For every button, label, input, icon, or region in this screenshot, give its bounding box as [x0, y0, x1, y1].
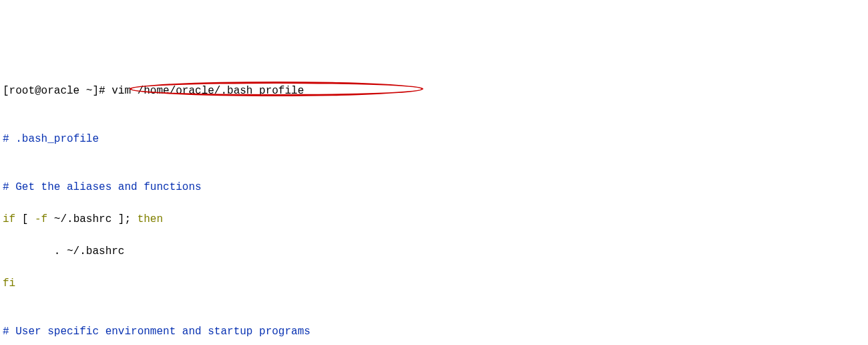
if-line: if [ -f ~/.bashrc ]; then [3, 211, 865, 227]
comment-line: # User specific environment and startup … [3, 324, 865, 340]
comment-line: # .bash_profile [3, 131, 865, 147]
test-flag: -f [35, 213, 47, 225]
keyword-if: if [3, 213, 15, 225]
prompt-line[interactable]: [root@oracle ~]# vim /home/oracle/.bash_… [3, 83, 865, 99]
comment-text: .bash_profile [9, 133, 99, 145]
hash-mark: # [3, 133, 9, 145]
source-line: . ~/.bashrc [3, 243, 865, 259]
terminal-output: [root@oracle ~]# vim /home/oracle/.bash_… [3, 67, 865, 345]
keyword-fi: fi [3, 275, 865, 292]
comment-line: # Get the aliases and functions [3, 179, 865, 195]
command-text: vim /home/oracle/.bash_profile [105, 83, 304, 99]
bracket-text: [ [15, 213, 35, 225]
shell-prompt: [root@oracle ~]# [3, 83, 105, 99]
path-text: ~/.bashrc ]; [47, 213, 137, 225]
keyword-then: then [138, 213, 163, 225]
